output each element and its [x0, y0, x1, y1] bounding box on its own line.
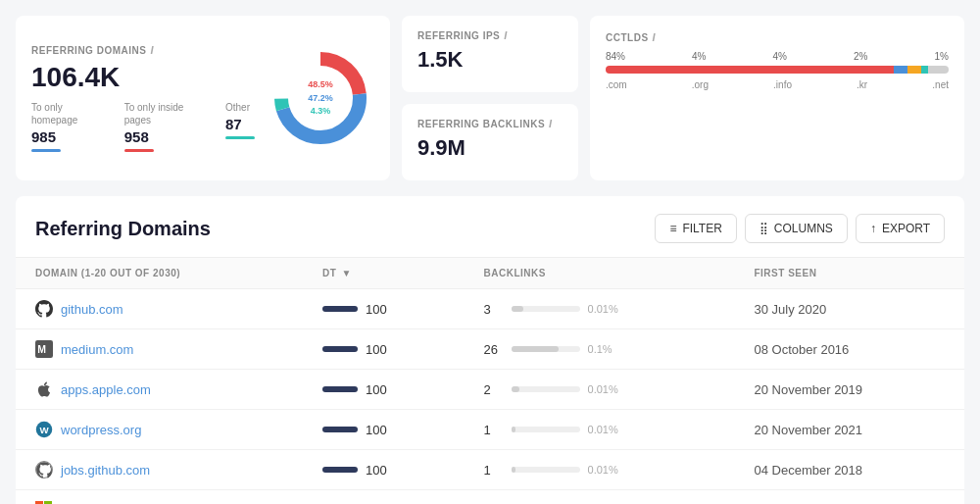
- backlinks-value: 2: [484, 382, 504, 397]
- referring-backlinks-number: 9.9M: [417, 135, 563, 161]
- table-row: www.microsoft.com 100 1 0.01% 10 July 20…: [16, 490, 964, 505]
- th-domain: DOMAIN (1-20 OUT OF 2030): [16, 258, 303, 289]
- filter-button[interactable]: ≡ FILTER: [655, 214, 736, 243]
- th-first-seen: FIRST SEEN: [734, 258, 964, 289]
- cctlds-percentages: 84% 4% 4% 2% 1%: [606, 51, 949, 62]
- table-row: jobs.github.com 100 1 0.01% 04 December …: [16, 450, 964, 490]
- dt-bar: [322, 306, 358, 312]
- backlinks-pct: 0.01%: [588, 424, 618, 435]
- referring-ips-info-icon[interactable]: i: [504, 29, 508, 41]
- backlinks-bar-wrap: [512, 427, 580, 432]
- backlinks-value: 1: [484, 423, 504, 437]
- domain-link[interactable]: jobs.github.com: [61, 463, 150, 478]
- donut-chart: 48.5% 47.2% 4.3%: [267, 44, 374, 152]
- dt-cell: 100: [303, 289, 465, 329]
- svg-text:W: W: [40, 425, 50, 435]
- backlinks-cell: 1 0.01%: [465, 410, 735, 450]
- columns-button[interactable]: ⣿ COLUMNS: [745, 214, 848, 243]
- sub-item-inside: To only inside pages 958: [124, 101, 210, 152]
- cctlds-labels: .com .org .info .kr .net: [606, 79, 949, 90]
- dt-bar: [322, 386, 358, 392]
- dt-value: 100: [366, 302, 387, 317]
- backlinks-bar-wrap: [512, 467, 580, 473]
- homepage-bar: [31, 149, 61, 152]
- first-seen-cell: 30 July 2020: [734, 289, 964, 329]
- other-bar: [225, 136, 255, 139]
- referring-backlinks-info-icon[interactable]: i: [549, 118, 553, 129]
- dt-cell: 100: [303, 370, 465, 410]
- domains-table: DOMAIN (1-20 OUT OF 2030) DT ▼ BACKLINKS…: [16, 257, 964, 504]
- domains-table-wrap: DOMAIN (1-20 OUT OF 2030) DT ▼ BACKLINKS…: [16, 257, 964, 504]
- filter-icon: ≡: [669, 222, 676, 235]
- domain-cell: www.microsoft.com: [16, 490, 303, 505]
- referring-domains-title: REFERRING DOMAINS i: [31, 44, 255, 56]
- section-title: Referring Domains: [35, 218, 211, 240]
- domain-icon-medium: M: [35, 340, 53, 358]
- backlinks-bar: [512, 386, 519, 392]
- export-button[interactable]: ↑ EXPORT: [856, 214, 945, 243]
- first-seen-cell: 04 December 2018: [734, 450, 964, 490]
- cctlds-bar-wrap: 84% 4% 4% 2% 1% .com .org .info .kr .net: [606, 51, 949, 90]
- dt-bar: [322, 427, 358, 432]
- domain-icon-apple: [35, 380, 53, 398]
- domain-link[interactable]: medium.com: [61, 342, 133, 357]
- cctlds-bar: [606, 66, 949, 74]
- referring-backlinks-title: REFERRING BACKLINKS i: [417, 118, 563, 129]
- cctlds-bar-seg-com: [606, 66, 894, 74]
- referring-ips-title: REFERRING IPS i: [417, 29, 563, 41]
- table-row: github.com 100 3 0.01% 30 July 2020: [16, 289, 964, 329]
- domain-link[interactable]: wordpress.org: [61, 423, 141, 437]
- domain-link[interactable]: github.com: [61, 302, 123, 317]
- dt-cell: 100: [303, 329, 465, 370]
- dt-bar: [322, 346, 358, 352]
- ips-backlinks-stack: REFERRING IPS i 1.5K REFERRING BACKLINKS…: [402, 16, 578, 180]
- table-body: github.com 100 3 0.01% 30 July 2020 M me…: [16, 289, 964, 505]
- backlinks-cell: 3 0.01%: [465, 289, 735, 329]
- backlinks-bar-wrap: [512, 346, 580, 352]
- th-dt[interactable]: DT ▼: [303, 258, 465, 289]
- backlinks-cell: 2 0.01%: [465, 370, 735, 410]
- sub-item-homepage: To only homepage 985: [31, 101, 109, 152]
- first-seen-cell: 10 July 2020: [734, 490, 964, 505]
- table-row: apps.apple.com 100 2 0.01% 20 November 2…: [16, 370, 964, 410]
- inside-bar: [124, 149, 154, 152]
- backlinks-bar: [512, 306, 523, 312]
- dt-cell: 100: [303, 450, 465, 490]
- domain-icon-wordpress: W: [35, 421, 53, 438]
- cctlds-bar-seg-org: [894, 66, 907, 74]
- backlinks-cell: 1 0.01%: [465, 490, 735, 505]
- domain-cell: github.com: [16, 289, 303, 329]
- referring-domains-sub-numbers: To only homepage 985 To only inside page…: [31, 101, 255, 152]
- backlinks-pct: 0.01%: [588, 303, 618, 315]
- backlinks-bar-wrap: [512, 386, 580, 392]
- cctlds-card: CCTLDS i 84% 4% 4% 2% 1% .com .org .info: [590, 16, 964, 180]
- backlinks-pct: 0.01%: [588, 464, 618, 476]
- referring-domains-info-icon[interactable]: i: [150, 44, 154, 56]
- cctlds-bar-seg-kr: [921, 66, 928, 74]
- dt-cell: 100: [303, 410, 465, 450]
- cctlds-info-icon[interactable]: i: [653, 31, 657, 43]
- backlinks-pct: 0.01%: [588, 383, 618, 395]
- domain-link[interactable]: apps.apple.com: [61, 382, 151, 397]
- backlinks-value: 3: [484, 302, 504, 317]
- dt-value: 100: [366, 382, 387, 397]
- domain-icon-github: [35, 300, 53, 318]
- referring-domains-section: Referring Domains ≡ FILTER ⣿ COLUMNS ↑ E…: [16, 196, 964, 504]
- dt-bar: [322, 467, 358, 473]
- svg-text:M: M: [37, 343, 46, 355]
- backlinks-value: 1: [484, 463, 504, 478]
- dt-cell: 100: [303, 490, 465, 505]
- referring-domains-card: REFERRING DOMAINS i 106.4K To only homep…: [16, 16, 390, 180]
- sort-icon: ▼: [342, 268, 352, 278]
- backlinks-cell: 26 0.1%: [465, 329, 735, 370]
- referring-ips-card: REFERRING IPS i 1.5K: [402, 16, 578, 92]
- th-backlinks: BACKLINKS: [465, 258, 735, 289]
- table-row: W wordpress.org 100 1 0.01% 20 November …: [16, 410, 964, 450]
- dt-value: 100: [366, 423, 387, 437]
- referring-ips-number: 1.5K: [417, 47, 563, 73]
- domain-cell: W wordpress.org: [16, 410, 303, 450]
- backlinks-bar: [512, 427, 515, 432]
- backlinks-cell: 1 0.01%: [465, 450, 735, 490]
- first-seen-cell: 20 November 2021: [734, 410, 964, 450]
- first-seen-cell: 08 October 2016: [734, 329, 964, 370]
